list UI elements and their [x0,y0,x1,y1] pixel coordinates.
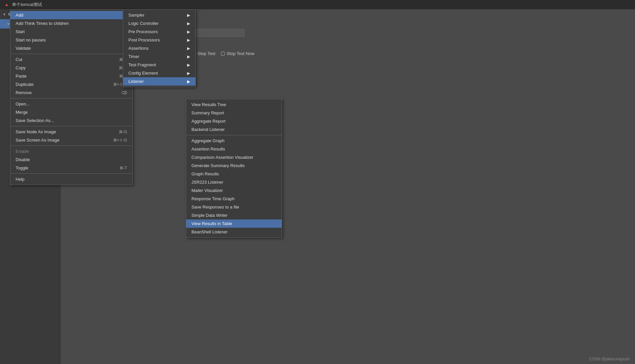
menu-open[interactable]: Open... [10,100,132,108]
menu-fragment-label: Test Fragment [128,62,156,67]
separator-3 [10,126,132,126]
menu-remove-shortcut: ⌫ [121,91,127,95]
menu-backend-listener[interactable]: Backend Listener [186,125,282,134]
menu-aggregate-graph[interactable]: Aggregate Graph [186,137,282,145]
menu-paste-label: Paste [16,74,27,79]
menu-disable[interactable]: Disable [10,155,132,164]
menu-start-no-pauses[interactable]: Start no pauses [10,36,132,44]
menu-post-label: Post Processors [128,37,160,42]
menu-add-think-times[interactable]: Add Think Times to children [10,19,132,28]
context-menu-level1: Add ▶ Add Think Times to children Start … [10,9,133,185]
menu-add-label: Add [16,13,23,18]
menu-paste[interactable]: Paste ⌘-V [10,72,132,80]
menu-summary-label: Summary Report [191,110,224,115]
menu-config-arrow: ▶ [187,71,190,76]
menu-pre-label: Pre Processors [128,29,158,34]
separator-1 [10,54,132,54]
menu-merge[interactable]: Merge [10,108,132,116]
menu-merge-label: Merge [16,110,28,115]
menu-timer-label: Timer [128,54,139,59]
context-menu-level3: View Results Tree Summary Report Aggrega… [186,99,282,238]
menu-response-time[interactable]: Response Time Graph [186,195,282,203]
menu-enable: Enable [10,147,132,155]
menu-copy[interactable]: Copy ⌘-C [10,64,132,72]
menu-enable-label: Enable [16,149,29,154]
menu-duplicate-label: Duplicate [16,82,34,87]
menu-view-table-label: View Results in Table [191,221,232,226]
expand-icon-teardown: ▼ [7,22,10,26]
menu-save-screen-image[interactable]: Save Screen As Image ⌘+⇧-G [10,136,132,144]
menu-aggregate-report[interactable]: Aggregate Report [186,117,282,125]
menu-start-no-pauses-label: Start no pauses [16,37,46,42]
watermark: CSDN @jakiechaipush [589,357,630,361]
menu-mailer[interactable]: Mailer Visualizer [186,186,282,195]
menu-cut[interactable]: Cut ⌘-X [10,55,132,64]
menu-config-element[interactable]: Config Element ▶ [123,69,195,77]
specify-lifetime-row: Specify Thread lifetime [68,92,628,99]
menu-sampler-label: Sampler [128,13,144,18]
menu-toggle[interactable]: Toggle ⌘-T [10,164,132,172]
menu-save-responses-label: Save Responses to a file [191,205,239,210]
menu-assertion-results[interactable]: Assertion Results [186,145,282,153]
menu-toggle-label: Toggle [16,165,28,170]
menu-simple-data-writer[interactable]: Simple Data Writer [186,211,282,219]
menu-test-fragment[interactable]: Test Fragment ▶ [123,61,195,69]
menu-aggregate-report-label: Aggregate Report [191,119,226,124]
radio-stop-test-now[interactable]: Stop Test Now [221,51,254,56]
menu-validate[interactable]: Validate [10,44,132,52]
menu-help[interactable]: Help [10,175,132,183]
menu-gen-summary-label: Generate Summary Results [191,163,245,168]
menu-sampler-arrow: ▶ [187,13,190,18]
menu-post-arrow: ▶ [187,38,190,42]
menu-comparison-label: Comparison Assertion Visualizer [191,155,253,160]
expand-icon: ▼ [3,13,6,16]
menu-start-label: Start [16,29,25,34]
menu-generate-summary[interactable]: Generate Summary Results [186,161,282,170]
separator-l3-1 [186,135,282,135]
menu-sampler[interactable]: Sampler ▶ [123,11,195,19]
app-icon: 🔺 [4,2,9,7]
watermark-text: CSDN @jakiechaipush [589,357,630,361]
menu-summary-report[interactable]: Summary Report [186,109,282,117]
menu-comparison-assertion[interactable]: Comparison Assertion Visualizer [186,153,282,161]
menu-listener-arrow: ▶ [187,79,190,84]
menu-timer[interactable]: Timer ▶ [123,52,195,61]
menu-view-results-tree[interactable]: View Results Tree [186,100,282,109]
menu-remove[interactable]: Remove ⌫ [10,89,132,97]
menu-add[interactable]: Add ▶ [10,11,132,19]
menu-jsr223-label: JSR223 Listener [191,180,223,185]
menu-open-label: Open... [16,101,30,106]
menu-save-screen-shortcut: ⌘+⇧-G [113,138,127,143]
menu-graph-results-label: Graph Results [191,171,219,176]
menu-cut-label: Cut [16,57,22,62]
menu-graph-results[interactable]: Graph Results [186,170,282,178]
menu-assertions-label: Assertions [128,46,149,51]
menu-simple-data-label: Simple Data Writer [191,213,228,218]
menu-listener-label: Listener [128,79,144,84]
menu-assertions[interactable]: Assertions ▶ [123,44,195,52]
menu-view-tree-label: View Results Tree [191,102,226,107]
menu-duplicate[interactable]: Duplicate ⌘+⇧-C [10,80,132,89]
menu-start[interactable]: Start [10,28,132,36]
menu-logic-label: Logic Controller [128,21,159,26]
menu-logic-controller[interactable]: Logic Controller ▶ [123,19,195,28]
menu-toggle-shortcut: ⌘-T [119,166,127,170]
menu-listener[interactable]: Listener ▶ [123,77,195,86]
menu-copy-label: Copy [16,65,26,70]
menu-beanshell-label: BeanShell Listener [191,229,228,234]
menu-post-processors[interactable]: Post Processors ▶ [123,36,195,44]
menu-view-results-table[interactable]: View Results in Table [186,219,282,228]
menu-save-node-shortcut: ⌘-G [119,130,127,134]
menu-jsr223[interactable]: JSR223 Listener [186,178,282,186]
menu-save-responses[interactable]: Save Responses to a file [186,203,282,211]
menu-beanshell[interactable]: BeanShell Listener [186,228,282,236]
menu-help-label: Help [16,177,25,182]
menu-timer-arrow: ▶ [187,54,190,59]
menu-save-node-image[interactable]: Save Node As Image ⌘-G [10,128,132,136]
context-menu-level2: Sampler ▶ Logic Controller ▶ Pre Process… [123,9,196,87]
menu-save-selection[interactable]: Save Selection As... [10,116,132,125]
menu-logic-arrow: ▶ [187,21,190,26]
radio-stop-now-circle [221,51,225,56]
menu-pre-processors[interactable]: Pre Processors ▶ [123,28,195,36]
startup-row: Startup delay (seconds): [68,113,628,120]
